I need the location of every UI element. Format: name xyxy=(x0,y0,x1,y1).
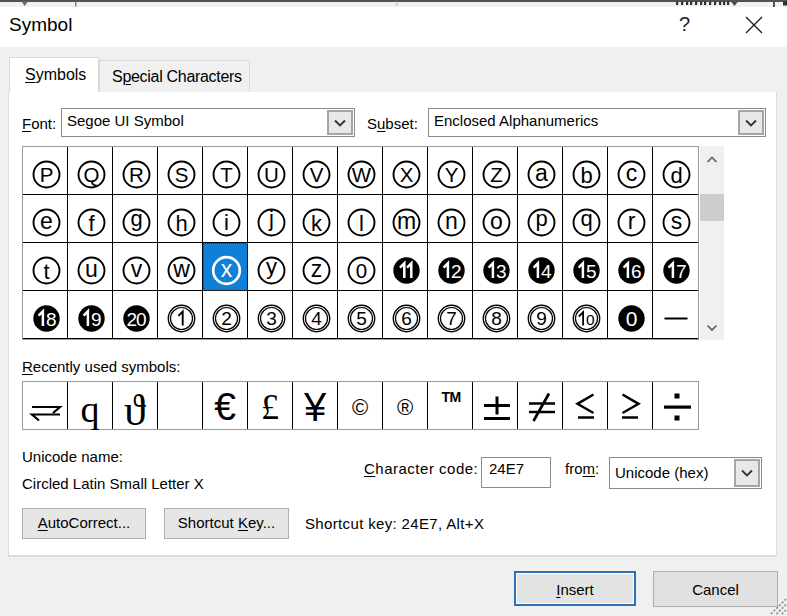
svg-text:8: 8 xyxy=(491,308,502,329)
svg-text:0: 0 xyxy=(356,259,367,282)
svg-text:v: v xyxy=(131,256,143,282)
svg-text:4: 4 xyxy=(541,261,552,282)
svg-text:n: n xyxy=(445,208,458,234)
svg-text:z: z xyxy=(311,256,323,282)
svg-text:W: W xyxy=(352,163,372,186)
svg-text:Z: Z xyxy=(490,163,503,186)
svg-text:m: m xyxy=(397,208,416,234)
svg-text:k: k xyxy=(311,211,323,236)
svg-text:d: d xyxy=(670,163,682,188)
svg-text:b: b xyxy=(580,163,592,188)
svg-text:7: 7 xyxy=(676,261,687,282)
svg-text:P: P xyxy=(40,163,54,186)
svg-text:Y: Y xyxy=(445,163,459,186)
svg-text:q: q xyxy=(580,206,592,231)
svg-text:0: 0 xyxy=(586,311,595,328)
svg-text:Q: Q xyxy=(84,163,100,186)
svg-text:h: h xyxy=(175,211,187,236)
svg-text:y: y xyxy=(266,254,277,279)
svg-text:9: 9 xyxy=(91,309,102,330)
svg-text:t: t xyxy=(43,259,49,284)
svg-text:2: 2 xyxy=(451,261,462,282)
svg-text:e: e xyxy=(40,208,53,234)
svg-text:S: S xyxy=(175,163,189,186)
svg-text:0: 0 xyxy=(136,309,147,330)
svg-text:7: 7 xyxy=(446,308,457,329)
svg-text:l: l xyxy=(359,211,364,236)
svg-text:f: f xyxy=(88,211,95,236)
svg-text:p: p xyxy=(535,206,547,231)
svg-text:r: r xyxy=(628,208,636,234)
svg-text:g: g xyxy=(130,206,142,231)
svg-text:3: 3 xyxy=(496,261,507,282)
svg-text:R: R xyxy=(129,163,144,186)
svg-text:w: w xyxy=(172,256,190,282)
svg-text:u: u xyxy=(85,256,98,282)
svg-text:x: x xyxy=(221,256,233,282)
svg-text:2: 2 xyxy=(221,308,232,329)
svg-text:5: 5 xyxy=(356,308,367,329)
svg-text:o: o xyxy=(490,208,503,234)
svg-text:0: 0 xyxy=(626,307,638,330)
svg-text:3: 3 xyxy=(266,308,277,329)
svg-text:4: 4 xyxy=(311,308,322,329)
svg-text:6: 6 xyxy=(401,308,412,329)
svg-text:U: U xyxy=(264,163,279,186)
svg-text:T: T xyxy=(220,163,233,186)
svg-text:5: 5 xyxy=(586,261,597,282)
svg-text:9: 9 xyxy=(536,308,547,329)
svg-text:6: 6 xyxy=(631,261,642,282)
svg-text:a: a xyxy=(535,160,548,186)
svg-text:i: i xyxy=(224,210,229,235)
svg-text:s: s xyxy=(671,208,683,234)
svg-text:c: c xyxy=(626,160,638,186)
svg-text:V: V xyxy=(310,163,324,186)
svg-text:8: 8 xyxy=(46,309,57,330)
svg-text:X: X xyxy=(400,163,414,186)
svg-text:j: j xyxy=(268,206,274,231)
